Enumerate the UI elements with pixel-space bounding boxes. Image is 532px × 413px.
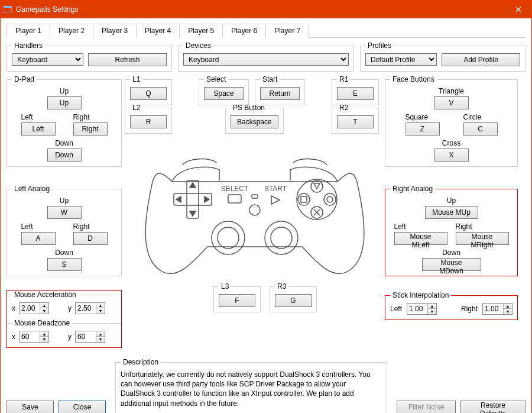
dpad-legend: D-Pad (12, 75, 37, 83)
mouse-dead-x-input[interactable] (20, 331, 40, 342)
window-close-button[interactable] (505, 1, 531, 18)
start-button[interactable]: Return (260, 87, 300, 100)
tab-player-2[interactable]: Player 2 (50, 24, 93, 38)
face-triangle-button[interactable]: V (434, 96, 469, 109)
dpad-right-button[interactable]: Right (73, 122, 108, 135)
spin-up-icon[interactable]: ▲ (428, 304, 436, 309)
l1-group: L1 Q (125, 75, 172, 105)
dpad-left-button[interactable]: Left (21, 122, 56, 135)
face-cross-label: Cross (442, 139, 460, 147)
svg-point-5 (311, 180, 323, 192)
mouse-dead-y-spinner[interactable]: ▲▼ (75, 331, 105, 343)
left-analog-right-label: Right (73, 222, 108, 231)
tab-body: Handlers Keyboard Refresh Devices Keyboa… (7, 41, 525, 413)
close-icon (515, 7, 521, 12)
right-analog-left-label: Left (394, 222, 447, 231)
face-circle-button[interactable]: C (463, 122, 498, 135)
mouse-dead-y-input[interactable] (76, 331, 96, 342)
spin-down-icon[interactable]: ▼ (96, 308, 105, 314)
mouse-accel-y-spinner[interactable]: ▲▼ (75, 302, 105, 314)
select-legend: Select (204, 75, 228, 83)
left-analog-right-button[interactable]: D (73, 232, 108, 245)
mouse-accel-x-input[interactable] (20, 303, 40, 314)
l1-button[interactable]: Q (130, 87, 167, 100)
profiles-select[interactable]: Default Profile (365, 53, 437, 66)
stick-interp-right-label: Right (461, 305, 478, 313)
left-analog-group: Left Analog UpW LeftA RightD DownS (7, 185, 122, 276)
content-area: Player 1 Player 2 Player 3 Player 4 Play… (1, 18, 531, 413)
l3-button[interactable]: F (219, 294, 255, 307)
profiles-legend: Profiles (365, 41, 394, 50)
handlers-group: Handlers Keyboard Refresh (7, 41, 172, 72)
left-analog-down-label: Down (55, 249, 73, 257)
l2-group: L2 R (125, 104, 172, 134)
tab-player-3[interactable]: Player 3 (93, 24, 137, 38)
r1-legend: R1 (337, 75, 351, 83)
close-button[interactable]: Close (59, 401, 106, 413)
devices-group: Devices Keyboard (178, 41, 354, 72)
spin-up-icon[interactable]: ▲ (40, 331, 48, 337)
svg-rect-8 (301, 196, 307, 202)
svg-point-19 (271, 227, 292, 249)
left-analog-up-button[interactable]: W (47, 206, 82, 219)
devices-select[interactable]: Keyboard (183, 53, 349, 66)
right-analog-left-button[interactable]: Mouse MLeft (394, 232, 447, 245)
handlers-select[interactable]: Keyboard (12, 53, 83, 66)
tab-player-4[interactable]: Player 4 (136, 24, 180, 38)
r2-button[interactable]: T (337, 115, 374, 128)
dpad-down-button[interactable]: Down (47, 149, 82, 162)
r3-legend: R3 (275, 282, 288, 291)
mouse-dead-x-spinner[interactable]: ▲▼ (19, 331, 49, 343)
tab-player-5[interactable]: Player 5 (179, 24, 223, 38)
face-cross-button[interactable]: X (434, 149, 469, 162)
stick-interp-left-spinner[interactable]: ▲▼ (407, 303, 437, 315)
left-analog-left-button[interactable]: A (21, 232, 56, 245)
mouse-accel-y-label: y (68, 304, 72, 312)
psbutton-button[interactable]: Backspace (231, 115, 278, 128)
spin-up-icon[interactable]: ▲ (40, 303, 48, 308)
spin-down-icon[interactable]: ▼ (96, 337, 105, 342)
mouse-accel-x-spinner[interactable]: ▲▼ (19, 302, 49, 314)
select-button[interactable]: Space (204, 87, 244, 100)
spin-down-icon[interactable]: ▼ (504, 309, 512, 314)
tab-player-6[interactable]: Player 6 (222, 24, 266, 38)
tab-player-7[interactable]: Player 7 (265, 24, 309, 38)
right-analog-group: Right Analog UpMouse MUp LeftMouse MLeft… (385, 185, 518, 276)
right-analog-up-button[interactable]: Mouse MUp (425, 206, 478, 219)
right-analog-right-button[interactable]: Mouse MRight (456, 232, 509, 245)
spin-down-icon[interactable]: ▼ (428, 309, 436, 314)
spin-down-icon[interactable]: ▼ (40, 308, 48, 314)
select-group: Select Space (199, 75, 249, 105)
spin-up-icon[interactable]: ▲ (504, 304, 512, 309)
spin-up-icon[interactable]: ▲ (96, 303, 105, 308)
dpad-up-button[interactable]: Up (47, 96, 82, 109)
refresh-button[interactable]: Refresh (88, 53, 167, 66)
l2-button[interactable]: R (130, 115, 167, 128)
add-profile-button[interactable]: Add Profile (442, 53, 520, 66)
start-legend: Start (260, 75, 280, 83)
svg-point-16 (212, 221, 245, 254)
left-analog-down-button[interactable]: S (47, 258, 82, 271)
app-icon (3, 5, 12, 14)
stick-interp-right-spinner[interactable]: ▲▼ (482, 303, 512, 315)
r3-group: R3 G (270, 282, 317, 312)
tab-player-1[interactable]: Player 1 (7, 24, 50, 38)
left-analog-legend: Left Analog (12, 185, 52, 193)
svg-rect-1 (4, 6, 12, 8)
titlebar: Gamepads Settings (1, 1, 531, 18)
face-square-button[interactable]: Z (406, 122, 440, 135)
right-analog-down-label: Down (442, 249, 460, 257)
filter-noise-button[interactable]: Filter Noise (397, 401, 456, 413)
stick-interp-left-input[interactable] (407, 304, 427, 314)
spin-up-icon[interactable]: ▲ (96, 331, 105, 337)
right-analog-down-button[interactable]: Mouse MDown (422, 258, 481, 271)
mouse-deadzone-legend: Mouse Deadzone (12, 319, 72, 327)
r3-button[interactable]: G (275, 294, 312, 307)
r1-button[interactable]: E (337, 87, 374, 100)
l3-legend: L3 (219, 282, 231, 291)
spin-down-icon[interactable]: ▼ (40, 337, 48, 342)
restore-defaults-button[interactable]: Restore Defaults (460, 401, 525, 413)
stick-interp-right-input[interactable] (483, 304, 503, 314)
mouse-accel-y-input[interactable] (76, 303, 96, 314)
save-button[interactable]: Save (7, 401, 54, 413)
